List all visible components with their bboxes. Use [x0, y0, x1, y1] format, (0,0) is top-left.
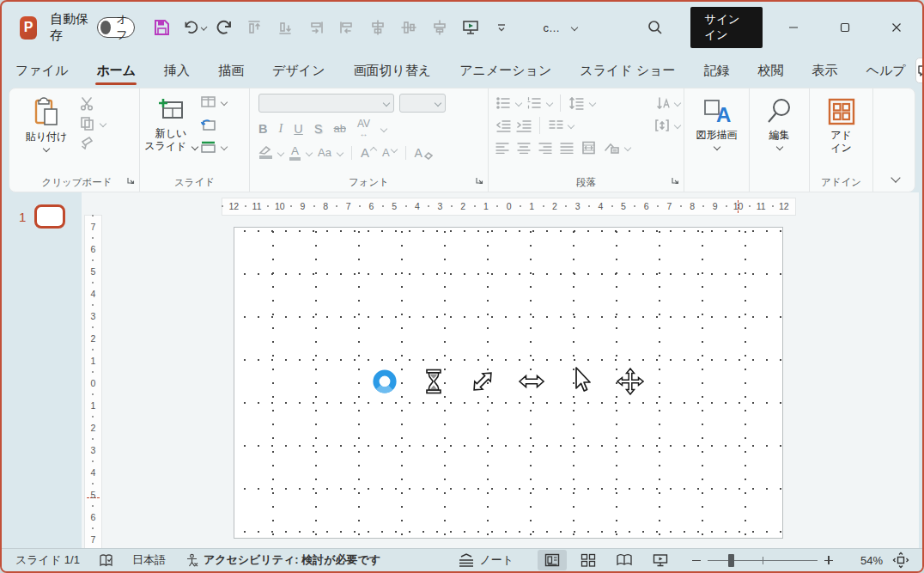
editing-button[interactable]: 編集	[753, 94, 805, 153]
paste-button[interactable]: 貼り付け	[18, 94, 75, 155]
align-middle-vertical-button[interactable]	[396, 13, 422, 42]
columns-icon[interactable]	[548, 119, 563, 131]
paragraph-dialog-launcher[interactable]	[671, 173, 679, 188]
smartart-icon[interactable]	[604, 142, 620, 155]
vertical-ruler[interactable]: 765432101234567	[85, 216, 101, 551]
document-title[interactable]: c…	[544, 21, 578, 34]
qat-more-commands-button[interactable]	[489, 13, 514, 42]
slide-indicator[interactable]: スライド 1/1	[15, 552, 80, 568]
font-size-combobox[interactable]	[399, 94, 446, 113]
start-slideshow-button[interactable]	[458, 13, 483, 42]
redo-button[interactable]	[212, 13, 238, 42]
comments-button[interactable]	[915, 58, 924, 83]
autosave-toggle[interactable]: オフ	[97, 17, 134, 38]
accessibility-checker[interactable]: アクセシビリティ: 検討が必要です	[185, 552, 380, 568]
line-spacing-dropdown-icon[interactable]	[589, 100, 596, 107]
tab-review[interactable]: 校閲	[749, 56, 793, 86]
underline-button[interactable]: U	[294, 122, 302, 136]
text-direction-dropdown-icon[interactable]	[674, 100, 681, 107]
numbering-dropdown-icon[interactable]	[546, 100, 553, 107]
distribute-text-icon[interactable]	[581, 141, 596, 155]
horizontal-resize-cursor-image[interactable]	[518, 368, 545, 395]
tab-animations[interactable]: アニメーション	[450, 56, 561, 86]
slide-canvas[interactable]	[234, 227, 783, 539]
tab-draw[interactable]: 描画	[209, 56, 253, 86]
italic-button[interactable]: I	[278, 121, 283, 136]
highlight-color-button[interactable]	[258, 146, 272, 159]
zoom-percentage[interactable]: 54%	[843, 554, 883, 567]
tab-slideshow[interactable]: スライド ショー	[570, 56, 684, 86]
undo-button[interactable]	[181, 13, 207, 42]
clear-formatting-button[interactable]: A	[415, 146, 433, 160]
highlight-dropdown-icon[interactable]	[277, 149, 284, 155]
signin-button[interactable]: サインイン	[690, 7, 763, 48]
distribute-center-button[interactable]	[427, 13, 453, 42]
reading-view-button[interactable]	[610, 550, 639, 570]
spellcheck-button[interactable]	[99, 553, 113, 568]
reset-slide-button[interactable]	[200, 118, 227, 131]
new-slide-button[interactable]: 新しい スライド	[143, 94, 198, 156]
diagonal-resize-cursor-image[interactable]	[469, 368, 496, 395]
section-dropdown-icon[interactable]	[221, 143, 228, 150]
align-left-button[interactable]	[334, 13, 360, 42]
align-text-vertical-dropdown-icon[interactable]	[674, 122, 681, 129]
character-spacing-dropdown-icon[interactable]	[380, 125, 387, 132]
line-spacing-icon[interactable]	[568, 96, 585, 110]
normal-view-button[interactable]	[538, 550, 567, 570]
decrease-font-button[interactable]: A	[382, 146, 397, 159]
slideshow-view-button[interactable]	[646, 550, 675, 570]
justify-icon[interactable]	[560, 142, 574, 154]
zoom-in-button[interactable]	[819, 551, 838, 570]
busy-ring-cursor-image[interactable]	[371, 368, 398, 395]
slide-thumbnail[interactable]	[34, 204, 65, 229]
tab-home[interactable]: ホーム	[87, 56, 145, 86]
layout-button[interactable]	[200, 95, 227, 108]
increase-font-button[interactable]: A	[361, 145, 376, 160]
clipboard-dialog-launcher[interactable]	[126, 173, 135, 188]
move-cursor-image[interactable]	[617, 368, 644, 395]
zoom-slider[interactable]	[708, 551, 818, 570]
bold-button[interactable]: B	[258, 122, 267, 136]
collapse-ribbon-icon[interactable]	[891, 173, 900, 182]
addins-button[interactable]: アド イン	[813, 94, 869, 158]
text-shadow-button[interactable]: S	[314, 122, 323, 136]
change-case-button[interactable]: Aa	[318, 146, 331, 159]
tab-help[interactable]: ヘルプ	[857, 56, 915, 86]
copy-button[interactable]	[80, 116, 106, 131]
tab-file[interactable]: ファイル	[6, 56, 77, 86]
search-button[interactable]	[642, 13, 668, 42]
fit-slide-to-window-button[interactable]	[888, 550, 914, 570]
maximize-button[interactable]	[819, 10, 871, 45]
align-right-icon[interactable]	[538, 142, 552, 154]
align-bottom-button[interactable]	[272, 13, 298, 42]
section-button[interactable]	[200, 141, 227, 153]
zoom-slider-thumb[interactable]	[728, 554, 734, 567]
align-left-icon[interactable]	[495, 142, 509, 154]
zoom-out-button[interactable]	[687, 551, 706, 570]
font-color-button[interactable]: A	[289, 145, 301, 161]
bullets-dropdown-icon[interactable]	[515, 100, 522, 107]
minimize-button[interactable]	[768, 10, 819, 45]
align-right-button[interactable]	[303, 13, 329, 42]
slide-sorter-view-button[interactable]	[574, 550, 603, 570]
arrow-pointer-cursor-image[interactable]	[567, 366, 594, 393]
powerpoint-logo-icon[interactable]: P	[20, 16, 37, 40]
increase-indent-icon[interactable]	[516, 119, 532, 132]
align-center-horizontal-button[interactable]	[365, 13, 391, 42]
align-text-vertical-icon[interactable]	[654, 119, 670, 132]
tab-insert[interactable]: 挿入	[155, 56, 199, 86]
bullets-icon[interactable]	[495, 96, 511, 110]
cut-button[interactable]	[80, 97, 106, 111]
language-indicator[interactable]: 日本語	[132, 552, 166, 568]
tab-view[interactable]: 表示	[803, 56, 848, 86]
font-color-dropdown-icon[interactable]	[306, 149, 313, 155]
change-case-dropdown-icon[interactable]	[337, 149, 343, 155]
tab-record[interactable]: 記録	[695, 56, 739, 86]
save-button[interactable]	[149, 13, 174, 42]
undo-dropdown-icon[interactable]	[201, 24, 208, 31]
numbering-icon[interactable]	[526, 96, 542, 110]
font-dialog-launcher[interactable]	[475, 173, 483, 188]
strikethrough-button[interactable]: ab	[333, 122, 345, 135]
shape-drawing-button[interactable]: A 図形描画	[688, 94, 745, 153]
text-direction-icon[interactable]	[655, 96, 670, 111]
